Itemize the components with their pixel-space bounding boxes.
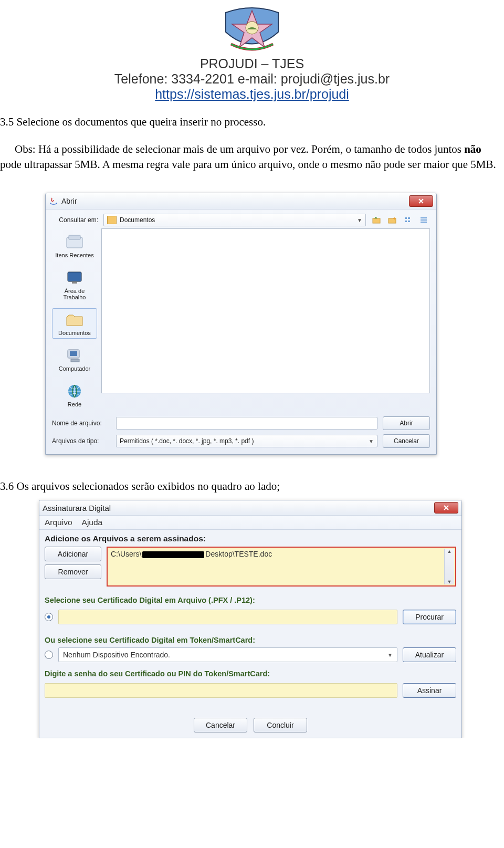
- menu-ajuda[interactable]: Ajuda: [82, 518, 103, 527]
- paragraph-3-6: 3.6 Os arquivos selecionados serão exibi…: [0, 479, 504, 494]
- svg-rect-17: [71, 359, 79, 362]
- filetype-value: Permitidos ( *.doc, *. docx, *. jpg, *. …: [120, 437, 254, 445]
- cancel-button[interactable]: Cancelar: [383, 434, 430, 448]
- cancel-button[interactable]: Cancelar: [194, 718, 247, 732]
- file-path-suffix: Desktop\TESTE.doc: [205, 550, 272, 558]
- svg-rect-16: [70, 351, 77, 356]
- network-icon: [64, 382, 85, 400]
- signature-dialog: Assinaturara Digital Arquivo Ajuda Adici…: [39, 500, 462, 738]
- cert-token-radio[interactable]: [45, 651, 53, 659]
- place-desktop-label: Área de Trabalho: [54, 288, 96, 300]
- svg-rect-13: [68, 272, 81, 281]
- header-link[interactable]: https://sistemas.tjes.jus.br/projudi: [0, 87, 504, 102]
- svg-rect-12: [69, 235, 80, 239]
- obs-text-a: Obs: Há a possibilidade de selecionar ma…: [15, 143, 464, 155]
- svg-rect-2: [373, 218, 380, 223]
- close-button[interactable]: [434, 502, 458, 514]
- svg-rect-7: [408, 221, 410, 222]
- sign-button[interactable]: Assinar: [403, 683, 456, 698]
- place-computer-label: Computador: [59, 365, 91, 372]
- pin-input[interactable]: [45, 683, 397, 698]
- sign-dialog-title: Assinaturara Digital: [43, 504, 434, 512]
- open-button[interactable]: Abrir: [383, 416, 430, 430]
- obs-text-bold: não: [464, 143, 481, 155]
- document-header: PROJUDI – TJES Telefone: 3334-2201 e-mai…: [0, 0, 504, 102]
- token-device-value: Nenhum Dispositivo Encontrado.: [63, 651, 170, 659]
- remove-button[interactable]: Remover: [45, 564, 101, 579]
- filename-input[interactable]: [116, 417, 377, 430]
- cert-file-path-field[interactable]: [58, 610, 397, 624]
- svg-rect-3: [388, 218, 396, 223]
- svg-rect-9: [421, 219, 427, 221]
- obs-text-b: pode ultrapassar 5MB. A mesma regra vale…: [0, 158, 496, 171]
- place-recent[interactable]: Itens Recentes: [52, 231, 97, 261]
- pin-label: Digite a senha do seu Certificado ou PIN…: [45, 669, 456, 678]
- places-bar: Itens Recentes Área de Trabalho Document…: [52, 228, 97, 410]
- cert-file-radio[interactable]: [45, 613, 53, 621]
- computer-icon: [64, 347, 85, 364]
- recent-icon: [64, 233, 85, 251]
- open-file-dialog: Abrir Consultar em: Documentos ▼ Itens R…: [45, 193, 437, 455]
- header-title: PROJUDI – TJES: [0, 56, 504, 71]
- chevron-down-icon: ▼: [357, 217, 362, 223]
- add-button[interactable]: Adicionar: [45, 547, 101, 561]
- place-network-label: Rede: [68, 401, 81, 407]
- paragraph-3-5: 3.5 Selecione os documentos que queira i…: [0, 114, 504, 129]
- svg-rect-4: [405, 217, 407, 219]
- lookin-label: Consultar em:: [52, 216, 98, 224]
- place-documents[interactable]: Documentos: [52, 308, 97, 339]
- header-contact: Telefone: 3334-2201 e-mail: projudi@tjes…: [0, 71, 504, 87]
- svg-rect-10: [421, 222, 427, 223]
- up-folder-icon[interactable]: [371, 215, 383, 225]
- place-network[interactable]: Rede: [52, 380, 97, 410]
- menubar: Arquivo Ajuda: [39, 516, 461, 530]
- selected-files-list[interactable]: C:\Users\Desktop\TESTE.doc ▲▼: [107, 547, 456, 587]
- refresh-button[interactable]: Atualizar: [403, 647, 456, 662]
- java-icon: [49, 196, 58, 206]
- scroll-down-icon[interactable]: ▼: [447, 579, 452, 584]
- chevron-down-icon: ▼: [387, 652, 393, 658]
- lookin-combo[interactable]: Documentos ▼: [103, 214, 366, 226]
- token-device-combo[interactable]: Nenhum Dispositivo Encontrado. ▼: [58, 647, 397, 662]
- new-folder-icon[interactable]: [387, 215, 398, 225]
- state-crest-icon: [220, 3, 284, 53]
- browse-button[interactable]: Procurar: [403, 610, 456, 624]
- folder-icon: [107, 216, 117, 224]
- svg-rect-14: [72, 281, 77, 284]
- svg-rect-8: [421, 217, 427, 218]
- documents-icon: [64, 311, 85, 329]
- open-dialog-title: Abrir: [61, 197, 409, 205]
- open-dialog-titlebar[interactable]: Abrir: [46, 193, 436, 210]
- cert-file-label: Selecione seu Certificado Digital em Arq…: [45, 596, 456, 604]
- file-list-area[interactable]: [101, 228, 430, 393]
- place-computer[interactable]: Computador: [52, 344, 97, 374]
- place-documents-label: Documentos: [58, 330, 91, 336]
- finish-button[interactable]: Concluir: [254, 718, 307, 732]
- place-recent-label: Itens Recentes: [55, 252, 93, 258]
- close-button[interactable]: [409, 195, 433, 207]
- file-path-prefix: C:\Users\: [111, 550, 141, 558]
- lookin-value: Documentos: [120, 216, 155, 224]
- svg-rect-5: [405, 221, 407, 222]
- filename-label: Nome de arquivo:: [52, 420, 111, 427]
- place-desktop[interactable]: Área de Trabalho: [52, 266, 97, 303]
- filetype-label: Arquivos de tipo:: [52, 437, 111, 445]
- svg-rect-6: [408, 217, 410, 219]
- scroll-up-icon[interactable]: ▲: [447, 549, 452, 554]
- details-view-icon[interactable]: [418, 215, 430, 225]
- section-add-files: Adicione os Arquivos a serem assinados:: [39, 530, 461, 546]
- cert-token-label: Ou selecione seu Certificado Digital em …: [45, 636, 456, 644]
- menu-arquivo[interactable]: Arquivo: [45, 518, 72, 527]
- chevron-down-icon: ▼: [369, 438, 374, 444]
- list-view-icon[interactable]: [403, 215, 414, 225]
- sign-dialog-titlebar[interactable]: Assinaturara Digital: [39, 500, 461, 516]
- desktop-icon: [64, 269, 85, 287]
- paragraph-obs: Obs: Há a possibilidade de selecionar ma…: [0, 142, 504, 172]
- scrollbar[interactable]: ▲▼: [444, 549, 454, 584]
- redacted-bar: [142, 551, 204, 558]
- filetype-combo[interactable]: Permitidos ( *.doc, *. docx, *. jpg, *. …: [116, 435, 377, 447]
